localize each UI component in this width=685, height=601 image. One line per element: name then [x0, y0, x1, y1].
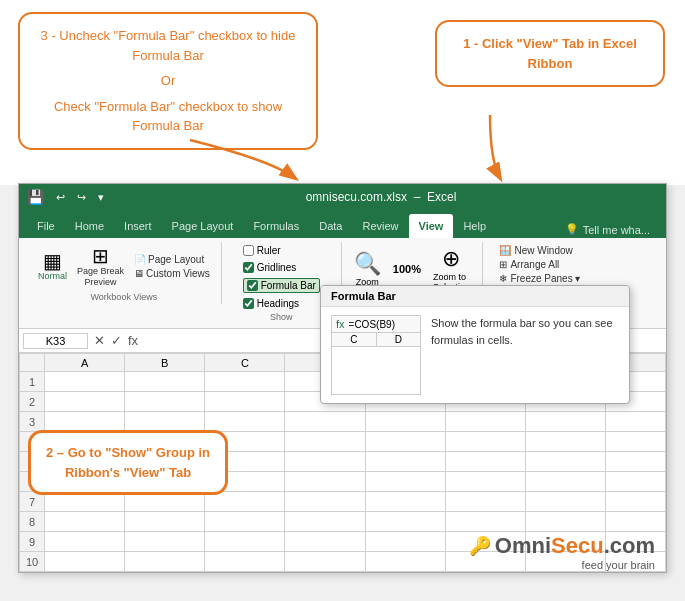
cell[interactable]: [606, 452, 666, 472]
headings-checkbox[interactable]: [243, 298, 254, 309]
cell[interactable]: [285, 412, 365, 432]
cell[interactable]: [365, 432, 445, 452]
cell[interactable]: [606, 492, 666, 512]
cell[interactable]: [205, 532, 285, 552]
cell[interactable]: [525, 492, 605, 512]
cell[interactable]: [445, 512, 525, 532]
formula-popup-title: Formula Bar: [321, 286, 629, 307]
cell[interactable]: [125, 392, 205, 412]
cell[interactable]: [205, 372, 285, 392]
ruler-checkbox[interactable]: [243, 245, 254, 256]
cell[interactable]: [445, 492, 525, 512]
freeze-label: Freeze Panes ▾: [510, 273, 580, 284]
cell[interactable]: [205, 412, 285, 432]
cell[interactable]: [45, 512, 125, 532]
cell[interactable]: [606, 412, 666, 432]
cell[interactable]: [285, 452, 365, 472]
gridlines-checkbox-row[interactable]: Gridlines: [243, 261, 296, 274]
zoom-button[interactable]: 🔍 Zoom: [350, 249, 385, 289]
gridlines-checkbox[interactable]: [243, 262, 254, 273]
tab-file[interactable]: File: [27, 214, 65, 238]
cell[interactable]: [606, 432, 666, 452]
headings-checkbox-row[interactable]: Headings: [243, 297, 299, 310]
cell[interactable]: [525, 472, 605, 492]
cell[interactable]: [365, 492, 445, 512]
normal-view-button[interactable]: ▦ Normal: [35, 249, 70, 284]
tab-review[interactable]: Review: [352, 214, 408, 238]
cell[interactable]: [365, 552, 445, 572]
cell[interactable]: [45, 552, 125, 572]
cell[interactable]: [45, 392, 125, 412]
cell[interactable]: [365, 512, 445, 532]
tab-view[interactable]: View: [409, 214, 454, 238]
col-c[interactable]: C: [205, 354, 285, 372]
col-b[interactable]: B: [125, 354, 205, 372]
cell[interactable]: [606, 512, 666, 532]
page-break-button[interactable]: ⊞ Page BreakPreview: [74, 244, 127, 290]
cell[interactable]: [525, 452, 605, 472]
cell[interactable]: [445, 412, 525, 432]
cell[interactable]: [125, 532, 205, 552]
formula-fx-button[interactable]: fx: [126, 333, 140, 348]
zoom-percent[interactable]: 100%: [389, 263, 425, 275]
freeze-icon: ❄: [499, 273, 507, 284]
tell-me-text: Tell me wha...: [583, 224, 650, 236]
cell[interactable]: [125, 512, 205, 532]
cell[interactable]: [125, 412, 205, 432]
undo-button[interactable]: ↩: [56, 191, 65, 204]
cell[interactable]: [285, 472, 365, 492]
cell[interactable]: [125, 552, 205, 572]
cell[interactable]: [285, 432, 365, 452]
col-a[interactable]: A: [45, 354, 125, 372]
cell[interactable]: [525, 412, 605, 432]
cell[interactable]: [125, 372, 205, 392]
formula-popup: Formula Bar fx =COS(B9) C D Show the for…: [320, 285, 630, 404]
tab-page-layout[interactable]: Page Layout: [162, 214, 244, 238]
tab-insert[interactable]: Insert: [114, 214, 162, 238]
tab-home[interactable]: Home: [65, 214, 114, 238]
ruler-checkbox-row[interactable]: Ruler: [243, 244, 281, 257]
tab-data[interactable]: Data: [309, 214, 352, 238]
cell[interactable]: [285, 512, 365, 532]
formula-bar-checkbox[interactable]: [247, 280, 258, 291]
cell[interactable]: [525, 512, 605, 532]
workbook-views-group: ▦ Normal ⊞ Page BreakPreview 📄 Page Layo…: [27, 242, 222, 304]
cell[interactable]: [45, 372, 125, 392]
formula-cancel-button[interactable]: ✕: [92, 333, 107, 348]
cell[interactable]: [285, 492, 365, 512]
cell[interactable]: [445, 432, 525, 452]
cell[interactable]: [205, 552, 285, 572]
cell[interactable]: [365, 412, 445, 432]
window-btn-list: 🪟 New Window ⊞ Arrange All ❄ Freeze Pane…: [491, 244, 584, 285]
cell[interactable]: [365, 452, 445, 472]
tab-help[interactable]: Help: [453, 214, 496, 238]
custom-views-button[interactable]: 🖥 Custom Views: [131, 267, 213, 280]
page-layout-button[interactable]: 📄 Page Layout: [131, 253, 213, 266]
arrange-all-button[interactable]: ⊞ Arrange All: [495, 258, 584, 271]
save-icon[interactable]: 💾: [27, 189, 44, 205]
formula-confirm-button[interactable]: ✓: [109, 333, 124, 348]
cell[interactable]: [285, 532, 365, 552]
cell[interactable]: [365, 532, 445, 552]
fx-symbol: fx: [336, 318, 345, 330]
watermark: 🔑 OmniSecu.com feed your brain: [469, 533, 655, 571]
cell[interactable]: [45, 412, 125, 432]
cell[interactable]: [606, 472, 666, 492]
cell[interactable]: [445, 452, 525, 472]
formula-bar-checkbox-row[interactable]: Formula Bar: [243, 278, 320, 293]
new-window-button[interactable]: 🪟 New Window: [495, 244, 584, 257]
tell-me-box[interactable]: 💡 Tell me wha...: [557, 221, 658, 238]
tab-formulas[interactable]: Formulas: [243, 214, 309, 238]
tagline: feed your brain: [469, 559, 655, 571]
redo-button[interactable]: ↪: [77, 191, 86, 204]
cell[interactable]: [205, 512, 285, 532]
row-8: 8: [20, 512, 45, 532]
freeze-panes-button[interactable]: ❄ Freeze Panes ▾: [495, 272, 584, 285]
cell[interactable]: [285, 552, 365, 572]
cell[interactable]: [445, 472, 525, 492]
cell[interactable]: [45, 532, 125, 552]
cell[interactable]: [525, 432, 605, 452]
cell[interactable]: [365, 472, 445, 492]
cell-reference-box[interactable]: [23, 333, 88, 349]
cell[interactable]: [205, 392, 285, 412]
